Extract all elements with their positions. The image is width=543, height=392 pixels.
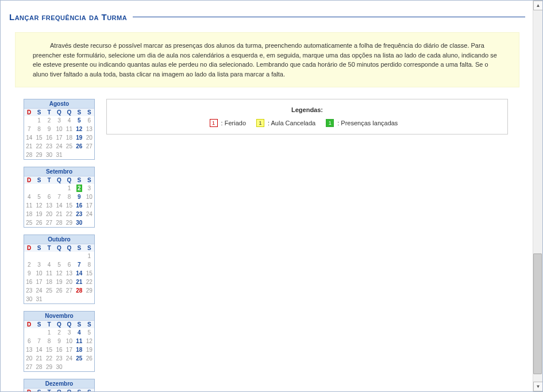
scroll-thumb[interactable] <box>533 253 542 374</box>
legend-title: Legendas: <box>118 106 496 113</box>
calendar-day[interactable]: 23 <box>74 210 84 218</box>
calendar-grid: DSTQQSS123456789101112131415161718192021… <box>24 389 94 391</box>
calendar-day[interactable]: 5 <box>74 116 84 125</box>
weekday-header: Q <box>64 389 74 391</box>
info-box: Através deste recurso é possível marcar … <box>15 32 519 87</box>
calendar-column: AgostoDSTQQSS123456789101112131415161718… <box>24 99 95 391</box>
calendar-day: 1 <box>44 328 54 337</box>
calendar-day: 28 <box>24 151 34 159</box>
calendar-day[interactable]: 18 <box>74 345 84 354</box>
calendar-day[interactable]: 30 <box>74 218 84 227</box>
calendar-day: 4 <box>24 193 34 201</box>
calendar-day: 15 <box>34 133 44 142</box>
weekday-header: D <box>24 389 34 391</box>
calendar-day[interactable]: 12 <box>74 125 84 133</box>
weekday-header: D <box>24 109 34 116</box>
calendar-day: 4 <box>64 116 74 125</box>
calendar-day: 31 <box>34 295 44 303</box>
calendar-day: 18 <box>44 278 54 286</box>
calendar: AgostoDSTQQSS123456789101112131415161718… <box>24 99 95 160</box>
page-title: Lançar frequência da Turma <box>9 12 525 22</box>
vertical-scrollbar[interactable]: ▲ ▼ <box>533 1 542 391</box>
calendar-day: 8 <box>34 125 44 133</box>
calendar-day: 10 <box>64 337 74 345</box>
calendar-day: 22 <box>44 354 54 363</box>
legend-label: : Feriado <box>221 120 246 126</box>
calendar-day: 24 <box>54 142 64 151</box>
content-scroll[interactable]: Lançar frequência da Turma Através deste… <box>1 1 534 391</box>
calendar-day[interactable]: 19 <box>74 133 84 142</box>
calendar-title: Novembro <box>24 312 94 321</box>
calendar-day: 3 <box>54 116 64 125</box>
weekday-header: S <box>74 109 84 116</box>
calendar-empty-cell <box>54 252 64 260</box>
calendar-day: 29 <box>34 151 44 159</box>
calendar-day[interactable]: 25 <box>74 354 84 363</box>
calendar-grid: DSTQQSS123456789101112131415161718192021… <box>24 176 94 227</box>
calendar-day: 25 <box>64 142 74 151</box>
scroll-up-button[interactable]: ▲ <box>533 1 543 10</box>
calendar-day[interactable]: 4 <box>74 328 84 337</box>
legend-panel: Legendas: 1: Feriado1: Aula Cancelada1: … <box>106 99 508 134</box>
calendar-day: 21 <box>54 210 64 218</box>
calendar-day: 1 <box>64 184 74 193</box>
calendar-day: 18 <box>24 210 34 218</box>
calendar-day[interactable]: 9 <box>74 193 84 201</box>
calendar-day: 7 <box>34 337 44 345</box>
weekday-header: S <box>34 389 44 391</box>
weekday-header: S <box>84 389 94 391</box>
calendar-day: 24 <box>34 286 44 295</box>
legend-swatch: 1 <box>326 119 334 127</box>
calendar-day: 28 <box>74 286 84 295</box>
calendar-day: 13 <box>24 345 34 354</box>
calendar-grid: DSTQQSS123456789101112131415161718192021… <box>24 244 94 303</box>
calendar-day: 14 <box>54 201 64 210</box>
weekday-header: D <box>24 176 34 184</box>
weekday-header: S <box>34 244 44 252</box>
calendar-day: 1 <box>84 252 94 260</box>
calendar-day: 15 <box>84 269 94 278</box>
content-row: AgostoDSTQQSS123456789101112131415161718… <box>9 99 525 391</box>
weekday-header: Q <box>64 244 74 252</box>
calendar-day: 8 <box>44 337 54 345</box>
calendar-day[interactable]: 21 <box>74 278 84 286</box>
calendar-day: 13 <box>44 201 54 210</box>
calendar-day[interactable]: 7 <box>74 260 84 269</box>
calendar-day: 23 <box>54 354 64 363</box>
calendar-empty-cell <box>54 184 64 193</box>
calendar-day: 6 <box>64 260 74 269</box>
calendar-day[interactable]: 26 <box>74 142 84 151</box>
calendar-day: 3 <box>34 260 44 269</box>
calendar-empty-cell <box>34 252 44 260</box>
weekday-header: T <box>44 321 54 328</box>
calendar-day: 27 <box>24 363 34 371</box>
calendar-day: 13 <box>84 125 94 133</box>
calendar-day: 2 <box>24 260 34 269</box>
calendar-day[interactable]: 14 <box>74 269 84 278</box>
calendar-title: Dezembro <box>24 379 94 389</box>
calendar-day[interactable]: 2 <box>74 184 84 193</box>
calendar-day: 11 <box>24 201 34 210</box>
app-frame: Lançar frequência da Turma Através deste… <box>0 0 543 392</box>
calendar-day: 10 <box>54 125 64 133</box>
calendar: OutubroDSTQQSS12345678910111213141516171… <box>24 235 95 304</box>
weekday-header: S <box>84 321 94 328</box>
calendar-day: 28 <box>54 218 64 227</box>
weekday-header: Q <box>64 321 74 328</box>
page-title-text: Lançar frequência da Turma <box>9 12 127 22</box>
calendar-day: 31 <box>54 151 64 159</box>
calendar-day: 10 <box>34 269 44 278</box>
weekday-header: Q <box>54 389 64 391</box>
calendar-day[interactable]: 11 <box>74 337 84 345</box>
calendar-title: Outubro <box>24 235 94 244</box>
calendar-day: 19 <box>54 278 64 286</box>
calendar-grid: DSTQQSS123456789101112131415161718192021… <box>24 321 94 371</box>
calendar-day: 22 <box>64 210 74 218</box>
weekday-header: T <box>44 244 54 252</box>
calendar-day[interactable]: 16 <box>74 201 84 210</box>
calendar-day: 2 <box>54 328 64 337</box>
scroll-down-button[interactable]: ▼ <box>533 382 543 391</box>
calendar-day: 29 <box>64 218 74 227</box>
calendar-day: 29 <box>84 286 94 295</box>
weekday-header: S <box>34 176 44 184</box>
